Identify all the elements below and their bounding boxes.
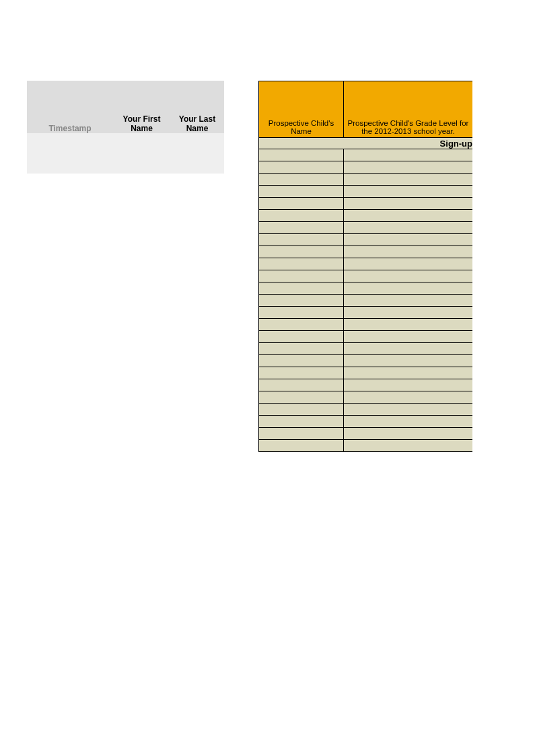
cell-grade-level[interactable] — [344, 282, 473, 295]
cell-child-name[interactable] — [259, 222, 344, 234]
header-timestamp: Timestamp — [27, 81, 113, 133]
cell-grade-level[interactable] — [344, 355, 473, 367]
cell-child-name[interactable] — [259, 391, 344, 404]
cell-child-name[interactable] — [259, 161, 344, 174]
table-row — [259, 161, 473, 174]
header-first-name: Your First Name — [113, 81, 170, 133]
cell-child-name[interactable] — [259, 149, 344, 161]
left-empty-row — [27, 133, 224, 174]
table-row — [259, 379, 473, 391]
cell-child-name[interactable] — [259, 270, 344, 282]
cell-grade-level[interactable] — [344, 343, 473, 355]
cell-grade-level[interactable] — [344, 222, 473, 234]
table-row — [259, 404, 473, 416]
cell-grade-level[interactable] — [344, 161, 473, 174]
right-header-row: Prospective Child's Name Prospective Chi… — [259, 81, 473, 138]
cell-timestamp[interactable] — [27, 133, 113, 174]
cell-child-name[interactable] — [259, 379, 344, 391]
table-row — [259, 331, 473, 343]
header-child-name: Prospective Child's Name — [259, 81, 344, 138]
header-last-name: Your Last Name — [170, 81, 224, 133]
cell-grade-level[interactable] — [344, 379, 473, 391]
cell-child-name[interactable] — [259, 416, 344, 428]
cell-grade-level[interactable] — [344, 174, 473, 186]
cell-child-name[interactable] — [259, 246, 344, 258]
table-row — [259, 246, 473, 258]
cell-grade-level[interactable] — [344, 416, 473, 428]
cell-grade-level[interactable] — [344, 234, 473, 246]
table-row — [259, 174, 473, 186]
cell-child-name[interactable] — [259, 198, 344, 210]
cell-child-name[interactable] — [259, 210, 344, 222]
right-table: Prospective Child's Name Prospective Chi… — [258, 81, 472, 452]
cell-grade-level[interactable] — [344, 307, 473, 319]
signup-label: Sign-up — [259, 138, 473, 149]
cell-child-name[interactable] — [259, 319, 344, 331]
cell-child-name[interactable] — [259, 295, 344, 307]
cell-grade-level[interactable] — [344, 270, 473, 282]
cell-grade-level[interactable] — [344, 319, 473, 331]
cell-grade-level[interactable] — [344, 404, 473, 416]
table-row — [259, 210, 473, 222]
table-row — [259, 149, 473, 161]
cell-grade-level[interactable] — [344, 367, 473, 379]
cell-grade-level[interactable] — [344, 440, 473, 452]
table-row — [259, 234, 473, 246]
cell-grade-level[interactable] — [344, 295, 473, 307]
cell-grade-level[interactable] — [344, 331, 473, 343]
table-row — [259, 258, 473, 270]
cell-first-name[interactable] — [113, 133, 170, 174]
cell-child-name[interactable] — [259, 282, 344, 295]
header-grade-level: Prospective Child's Grade Level for the … — [344, 81, 473, 138]
table-row — [259, 343, 473, 355]
cell-grade-level[interactable] — [344, 210, 473, 222]
table-row — [259, 186, 473, 198]
cell-child-name[interactable] — [259, 355, 344, 367]
page-canvas: Timestamp Your First Name Your Last Name… — [0, 0, 535, 756]
cell-child-name[interactable] — [259, 186, 344, 198]
cell-child-name[interactable] — [259, 428, 344, 440]
cell-child-name[interactable] — [259, 367, 344, 379]
cell-grade-level[interactable] — [344, 198, 473, 210]
table-row — [259, 416, 473, 428]
table-row — [259, 391, 473, 404]
table-row — [259, 367, 473, 379]
right-table-container: Prospective Child's Name Prospective Chi… — [258, 81, 472, 452]
cell-grade-level[interactable] — [344, 391, 473, 404]
cell-child-name[interactable] — [259, 234, 344, 246]
cell-child-name[interactable] — [259, 258, 344, 270]
table-row — [259, 307, 473, 319]
table-row — [259, 270, 473, 282]
left-table: Timestamp Your First Name Your Last Name — [27, 81, 224, 174]
table-row — [259, 355, 473, 367]
left-header-row: Timestamp Your First Name Your Last Name — [27, 81, 224, 133]
cell-child-name[interactable] — [259, 307, 344, 319]
table-row — [259, 198, 473, 210]
cell-child-name[interactable] — [259, 174, 344, 186]
cell-grade-level[interactable] — [344, 246, 473, 258]
table-row — [259, 295, 473, 307]
table-row — [259, 282, 473, 295]
cell-child-name[interactable] — [259, 331, 344, 343]
cell-child-name[interactable] — [259, 440, 344, 452]
table-row — [259, 428, 473, 440]
signup-row: Sign-up — [259, 138, 473, 149]
table-row — [259, 440, 473, 452]
cell-grade-level[interactable] — [344, 186, 473, 198]
cell-child-name[interactable] — [259, 343, 344, 355]
cell-grade-level[interactable] — [344, 258, 473, 270]
cell-last-name[interactable] — [170, 133, 224, 174]
table-row — [259, 319, 473, 331]
cell-grade-level[interactable] — [344, 149, 473, 161]
table-row — [259, 222, 473, 234]
cell-child-name[interactable] — [259, 404, 344, 416]
cell-grade-level[interactable] — [344, 428, 473, 440]
